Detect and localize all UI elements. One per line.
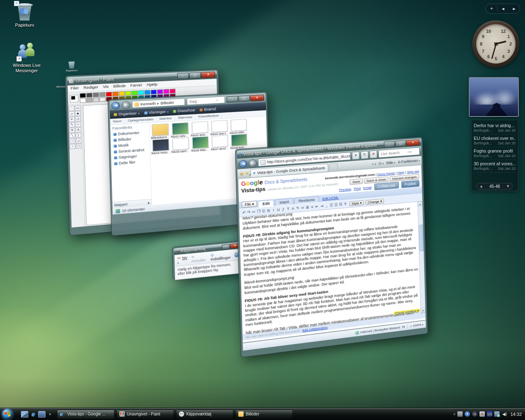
clear-format-icon[interactable]: Ŧ (343, 202, 348, 207)
palette-color[interactable] (144, 90, 151, 95)
menu-item[interactable]: Farver (130, 83, 142, 88)
bullet-list-icon[interactable]: ≡ (310, 204, 315, 209)
print-link[interactable]: Print (354, 186, 361, 190)
palette-color[interactable] (80, 93, 86, 98)
palette-color[interactable] (112, 91, 119, 96)
preview-link[interactable]: Preview (339, 187, 352, 192)
cancel-button[interactable]: ✕ Annuller (191, 253, 207, 263)
palette-color[interactable] (151, 90, 157, 95)
refresh-button[interactable]: ↻ (361, 151, 368, 159)
palette-color[interactable] (99, 92, 105, 97)
paint-tool-button[interactable]: ▱ (69, 111, 75, 116)
window-switcher-icon[interactable] (21, 411, 28, 418)
paint-tool-button[interactable]: ◎ (75, 116, 81, 122)
underline-icon[interactable]: U (276, 207, 281, 212)
file-item[interactable]: fidus5-samlet-email (171, 137, 190, 153)
palette-color[interactable] (119, 91, 125, 96)
wireless-icon[interactable]: ((•)) (487, 411, 492, 417)
bold-icon[interactable]: B (266, 208, 271, 213)
ie-quicklaunch-icon[interactable]: e (32, 411, 35, 417)
start-button[interactable] (2, 409, 13, 420)
copy-icon[interactable]: ❐ (256, 209, 261, 214)
palette-color[interactable] (100, 97, 106, 102)
address-dropdown-button[interactable]: ▾ (352, 151, 360, 160)
search-input[interactable] (380, 150, 407, 156)
stop-button[interactable]: ✕ (370, 150, 377, 158)
taskbar-button-ie[interactable]: e Vista-tips - Google ... (57, 410, 114, 419)
palette-color[interactable] (157, 89, 163, 94)
minimize-button[interactable]: – (384, 141, 395, 148)
minimize-button[interactable]: – (222, 244, 230, 250)
palette-color[interactable] (93, 92, 99, 97)
network-icon[interactable] (494, 411, 500, 417)
paint-tool-button[interactable]: ◆ (75, 111, 81, 116)
style-dropdown[interactable]: Style ▾ (349, 200, 364, 206)
menu-item[interactable]: Rediger (83, 85, 98, 91)
indent-icon[interactable]: ⇥ (320, 203, 324, 208)
paint-tool-button[interactable]: ◇ (76, 138, 82, 143)
undo-icon[interactable]: ↶ (241, 210, 246, 215)
options-button[interactable]: ⊙ Indstillinger (210, 251, 231, 261)
change-dropdown[interactable]: Change ▾ (365, 199, 384, 205)
palette-color[interactable] (163, 89, 169, 94)
maximize-button[interactable]: ▢ (238, 96, 250, 102)
paint-tool-button[interactable]: ∫ (75, 132, 81, 138)
close-button[interactable]: ✕ (406, 139, 419, 146)
volume-icon[interactable]: ◀) (502, 411, 507, 417)
paint-tool-button[interactable]: ▢ (76, 144, 82, 149)
taskbar-button-snipping-tool[interactable]: ✂ Klippeværktøj (176, 410, 233, 419)
new-tab-button[interactable] (329, 163, 338, 171)
font-icon[interactable]: ƒ (281, 207, 286, 212)
file-item[interactable]: fidus8-kommando... (230, 134, 249, 149)
italic-icon[interactable]: I (271, 208, 276, 212)
file-item[interactable]: fidus1-netværk (171, 122, 190, 138)
palette-color[interactable] (170, 89, 176, 94)
tray-info-icon[interactable]: i (465, 411, 470, 417)
align-center-icon[interactable]: ☲ (333, 202, 338, 207)
burn-button[interactable]: Brænd (199, 107, 216, 112)
organize-menu[interactable]: Organiser▾ (114, 111, 139, 117)
scroll-down-icon[interactable]: ▼ (421, 308, 425, 313)
file-item[interactable]: Billedeksempler (151, 123, 170, 139)
breadcrumb-folder[interactable]: Billeder (160, 100, 174, 105)
show-desktop-icon[interactable] (38, 411, 46, 418)
outdent-icon[interactable]: ⇤ (315, 204, 320, 209)
menu-item[interactable]: Billede (113, 84, 126, 89)
menu-item[interactable]: Filer (71, 86, 79, 91)
file-item[interactable]: fidus7-gendan-do... (210, 135, 229, 151)
snipping-tool-window[interactable]: ✂ Klippeværktøj –✕ ✂ Ny ▾ ✕ Annuller ⊙ I… (172, 240, 244, 279)
home-button[interactable]: ⌂▾ (372, 162, 377, 166)
file-item[interactable]: fidus4-messenger (151, 139, 171, 155)
current-color-well[interactable] (70, 94, 78, 102)
forward-button[interactable]: ▶ (122, 101, 130, 109)
palette-color[interactable] (87, 98, 93, 103)
menu-item[interactable]: Vis (103, 84, 109, 90)
tray-a-icon[interactable]: a (472, 411, 477, 417)
tray-error-icon[interactable]: ✕ (479, 411, 485, 417)
file-item[interactable]: fidus3-stifinder (229, 119, 248, 135)
palette-color[interactable] (125, 91, 131, 96)
quicklaunch-overflow-chevron[interactable]: » (49, 412, 51, 416)
paste-icon[interactable]: ⎘ (261, 208, 266, 213)
taskbar-button-billeder[interactable]: Billeder (235, 410, 293, 419)
file-item[interactable]: fidus6-klippeværktøj (191, 136, 210, 152)
email-link[interactable]: Email (363, 185, 372, 190)
column-header[interactable]: Mærker (157, 115, 175, 122)
minimize-button[interactable]: – (177, 73, 189, 79)
highlight-icon[interactable]: ✎ (295, 205, 300, 210)
save-button[interactable]: Save (350, 178, 363, 185)
back-button[interactable]: ◀ (112, 101, 120, 109)
close-button[interactable]: ✕ (250, 95, 264, 101)
tools-menu[interactable]: ⊙Funktioner▾ (397, 158, 420, 164)
paint-tool-button[interactable]: ✎ (69, 122, 75, 128)
palette-color[interactable] (138, 90, 144, 95)
quote-icon[interactable]: „ (324, 203, 329, 208)
breadcrumb-user[interactable]: Kenneth (140, 101, 156, 106)
maximize-button[interactable]: ▢ (395, 140, 406, 147)
cut-icon[interactable]: ✂ (251, 209, 256, 214)
document-body[interactable]: fidus7-gendan-dokument.png Ulykken behøv… (239, 201, 425, 335)
palette-color[interactable] (106, 92, 112, 97)
page-menu[interactable]: Side▾ (386, 160, 395, 165)
paint-tool-button[interactable]: ▭ (75, 105, 80, 111)
text-color-icon[interactable]: A (290, 206, 295, 211)
